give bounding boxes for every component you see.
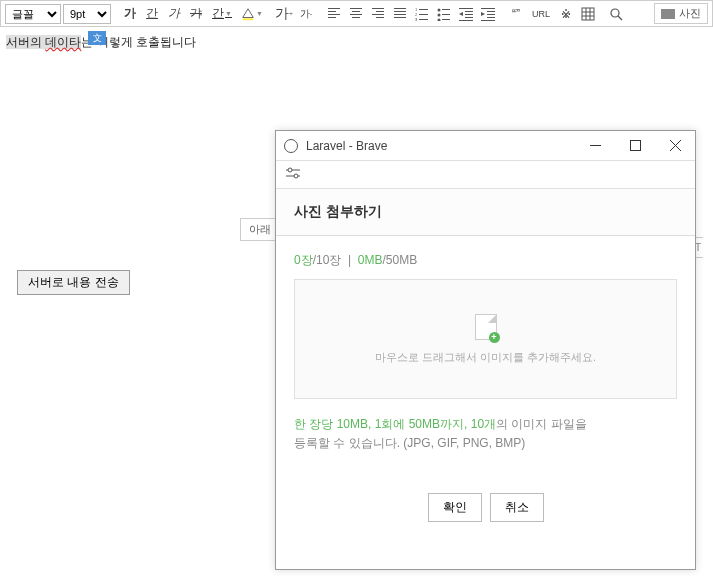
svg-rect-20 — [487, 14, 495, 15]
svg-rect-6 — [419, 19, 428, 20]
close-button[interactable] — [663, 134, 687, 158]
svg-rect-13 — [459, 8, 473, 9]
fontsize-up-button[interactable]: 가+ — [274, 4, 294, 24]
info-rest1: 의 이미지 파일을 — [496, 417, 587, 431]
strike-button[interactable]: 갸 — [186, 4, 206, 24]
info-highlight: 한 장당 10MB, 1회에 50MB까지, 10개 — [294, 417, 496, 431]
svg-text:3: 3 — [415, 17, 418, 21]
svg-rect-10 — [442, 14, 450, 15]
cancel-button[interactable]: 취소 — [490, 493, 544, 522]
align-center-button[interactable] — [346, 4, 366, 24]
align-justify-button[interactable] — [390, 4, 410, 24]
popup-body: 0장/10장 | 0MB/50MB + 마우스로 드래그해서 이미지를 추가해주… — [276, 236, 695, 538]
minimize-button[interactable] — [583, 134, 607, 158]
indent-button[interactable] — [478, 4, 498, 24]
browser-icon — [284, 139, 298, 153]
align-right-button[interactable] — [368, 4, 388, 24]
url-button[interactable]: URL — [528, 4, 554, 24]
outdent-button[interactable] — [456, 4, 476, 24]
svg-rect-22 — [481, 20, 495, 21]
upload-quota: 0장/10장 | 0MB/50MB — [294, 252, 677, 269]
svg-rect-31 — [630, 141, 640, 151]
ok-button[interactable]: 확인 — [428, 493, 482, 522]
svg-rect-16 — [465, 17, 473, 18]
photo-button[interactable]: 사진 — [654, 3, 708, 24]
svg-rect-21 — [487, 17, 495, 18]
svg-point-35 — [288, 168, 292, 172]
italic-button[interactable]: 가 — [164, 4, 184, 24]
upload-info: 한 장당 10MB, 1회에 50MB까지, 10개의 이미지 파일을 등록할 … — [294, 415, 677, 453]
fontcolor-button[interactable]: 간▼ — [208, 4, 236, 24]
file-dropzone[interactable]: + 마우스로 드래그해서 이미지를 추가해주세요. — [294, 279, 677, 399]
find-button[interactable] — [606, 4, 626, 24]
popup-title: Laravel - Brave — [306, 139, 387, 153]
svg-rect-2 — [419, 9, 428, 10]
dropzone-text: 마우스로 드래그해서 이미지를 추가해주세요. — [375, 350, 596, 365]
font-size-select[interactable]: 9pt — [63, 4, 111, 24]
spellcheck-text: 데이타 — [45, 35, 81, 49]
bold-button[interactable]: 가 — [120, 4, 140, 24]
popup-titlebar[interactable]: Laravel - Brave — [276, 131, 695, 161]
ordered-list-button[interactable]: 123 — [412, 4, 432, 24]
svg-rect-23 — [582, 8, 594, 20]
submit-button[interactable]: 서버로 내용 전송 — [17, 270, 130, 295]
special-char-button[interactable]: ※ — [556, 4, 576, 24]
svg-rect-8 — [442, 9, 450, 10]
svg-rect-4 — [419, 14, 428, 15]
svg-rect-12 — [442, 19, 450, 20]
align-left-button[interactable] — [324, 4, 344, 24]
quote-button[interactable]: “” — [506, 4, 526, 24]
quota-size-current: 0MB — [358, 253, 383, 267]
photo-upload-popup: Laravel - Brave 사진 첨부하기 0장/10장 | 0MB/50M… — [275, 130, 696, 570]
editor-content: 서버의 데이타는 이렇게 호출됩니다 — [6, 33, 707, 52]
editor-toolbar: 글꼴 9pt 가 간 가 갸 간▼ ▼ 가+ 가- 123 “” URL ※ — [0, 0, 713, 27]
popup-subtoolbar — [276, 161, 695, 189]
info-rest2: 등록할 수 있습니다. (JPG, GIF, PNG, BMP) — [294, 436, 525, 450]
table-button[interactable] — [578, 4, 598, 24]
underline-button[interactable]: 간 — [142, 4, 162, 24]
quota-count-max: /10장 — [313, 253, 342, 267]
quota-size-max: /50MB — [383, 253, 418, 267]
photo-icon — [661, 9, 675, 19]
unordered-list-button[interactable] — [434, 4, 454, 24]
bgcolor-button[interactable]: ▼ — [238, 4, 266, 24]
svg-point-28 — [611, 9, 619, 17]
svg-point-7 — [438, 8, 441, 11]
svg-rect-19 — [487, 11, 495, 12]
photo-label: 사진 — [679, 6, 701, 21]
font-family-select[interactable]: 글꼴 — [5, 4, 61, 24]
svg-point-9 — [438, 13, 441, 16]
maximize-button[interactable] — [623, 134, 647, 158]
svg-rect-15 — [465, 14, 473, 15]
quota-count-current: 0장 — [294, 253, 313, 267]
fontsize-down-button[interactable]: 가- — [296, 4, 316, 24]
file-add-icon: + — [475, 314, 497, 340]
svg-rect-18 — [481, 8, 495, 9]
svg-rect-14 — [465, 11, 473, 12]
svg-rect-17 — [459, 20, 473, 21]
svg-point-11 — [438, 18, 441, 21]
svg-rect-0 — [243, 18, 254, 20]
svg-line-29 — [618, 16, 622, 20]
svg-point-37 — [294, 174, 298, 178]
translate-widget[interactable]: 文 — [88, 31, 106, 45]
selected-text: 서버의 — [6, 35, 45, 49]
settings-icon[interactable] — [286, 166, 300, 183]
popup-header: 사진 첨부하기 — [276, 189, 695, 236]
